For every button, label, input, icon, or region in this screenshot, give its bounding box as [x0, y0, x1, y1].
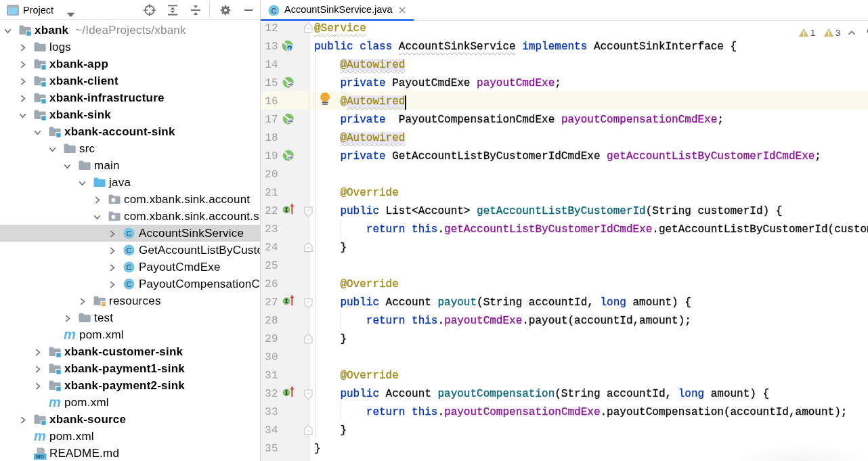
svg-text:C: C [127, 263, 132, 271]
svg-text:MD: MD [36, 454, 44, 460]
svg-text:C: C [127, 246, 132, 254]
svg-text:m: m [34, 431, 46, 443]
svg-text:m: m [49, 397, 61, 409]
svg-text:m: m [64, 329, 76, 341]
svg-text:C: C [127, 280, 132, 288]
svg-text:C: C [127, 229, 132, 237]
svg-text:C: C [272, 7, 277, 15]
